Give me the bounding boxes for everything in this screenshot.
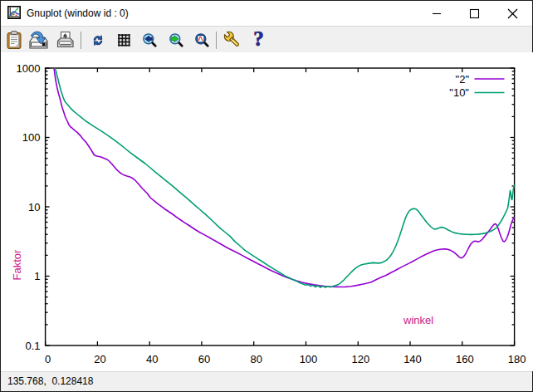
svg-text:160: 160 — [456, 353, 474, 365]
svg-text:"2": "2" — [456, 73, 470, 86]
svg-text:180: 180 — [508, 353, 526, 365]
svg-text:winkel: winkel — [403, 314, 433, 326]
svg-text:120: 120 — [351, 353, 369, 365]
svg-text:0.1: 0.1 — [25, 340, 40, 352]
svg-text:?: ? — [253, 29, 264, 50]
svg-text:0: 0 — [45, 353, 51, 365]
svg-text:80: 80 — [250, 353, 262, 365]
svg-text:60: 60 — [198, 353, 210, 365]
svg-text:1: 1 — [34, 270, 40, 282]
svg-text:1000: 1000 — [17, 62, 41, 75]
svg-text:"10": "10" — [449, 86, 469, 99]
svg-text:Faktor: Faktor — [11, 249, 23, 281]
svg-text:10: 10 — [28, 201, 40, 213]
svg-text:20: 20 — [94, 353, 105, 365]
svg-text:140: 140 — [403, 353, 422, 365]
svg-text:100: 100 — [22, 131, 41, 144]
svg-text:40: 40 — [146, 353, 158, 365]
svg-text:100: 100 — [300, 353, 318, 365]
